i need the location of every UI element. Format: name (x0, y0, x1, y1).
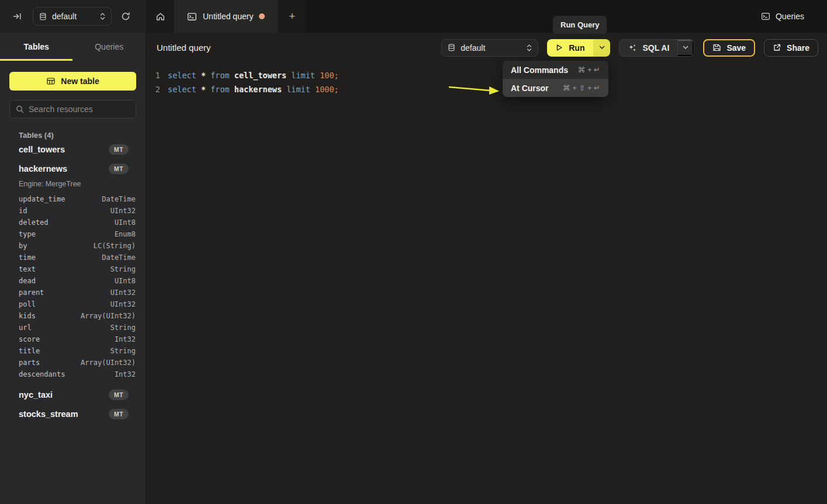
share-button[interactable]: Share (764, 39, 818, 57)
column-type: Int32 (115, 370, 136, 378)
menu-item-label: At Cursor (511, 84, 549, 93)
save-button[interactable]: Save (703, 39, 755, 57)
column-type: DateTime (102, 195, 136, 203)
database-icon (448, 43, 455, 52)
column-row: textString (0, 263, 146, 275)
sidebar-tab-queries[interactable]: Queries (73, 33, 146, 61)
column-name: deleted (19, 218, 49, 227)
column-type: Enum8 (115, 230, 136, 238)
query-toolbar: Untitled query default (146, 33, 827, 62)
database-selector-value: default (52, 12, 77, 21)
tab-untitled-query[interactable]: Untitled query (174, 0, 278, 33)
share-button-label: Share (787, 43, 809, 53)
sidebar-tab-tables-label: Tables (24, 42, 49, 51)
terminal-icon (761, 12, 770, 21)
run-split-button: Run (547, 39, 610, 57)
new-table-button-label: New table (61, 77, 99, 86)
tables-section-label: Tables (4) (19, 131, 146, 140)
chevron-updown-icon (100, 12, 105, 20)
top-bar-left: default (0, 0, 146, 33)
sql-ai-button-label: SQL AI (642, 43, 669, 53)
menu-item-all-commands[interactable]: All Commands ⌘ + ↵ (503, 61, 608, 79)
table-item-cell-towers[interactable]: cell_towers MT (0, 140, 146, 159)
database-selector-top[interactable]: default (33, 7, 112, 26)
table-item-nyc-taxi[interactable]: nyc_taxi MT (0, 385, 146, 404)
table-name: stocks_stream (19, 409, 109, 419)
column-type: LC(String) (94, 242, 136, 250)
hackernews-columns-list: update_timeDateTime idUInt32 deletedUInt… (0, 193, 146, 380)
menu-item-shortcut: ⌘ + ⇧ + ↵ (563, 84, 600, 92)
tab-strip: Untitled query + (146, 0, 306, 33)
table-grid-icon (46, 77, 56, 86)
menu-item-label: All Commands (511, 65, 568, 75)
menu-item-shortcut: ⌘ + ↵ (577, 65, 600, 74)
column-row: titleString (0, 345, 146, 357)
column-name: text (19, 265, 36, 273)
table-name: cell_towers (19, 145, 109, 154)
sidebar-tabs: Tables Queries (0, 33, 146, 61)
sql-ai-split-button: SQL AI (619, 39, 694, 57)
plus-icon: + (289, 10, 295, 23)
column-type: UInt8 (115, 277, 136, 285)
queries-button[interactable]: Queries (761, 12, 804, 21)
collapse-sidebar-button[interactable] (13, 12, 22, 20)
column-row: timeDateTime (0, 252, 146, 263)
column-name: score (19, 335, 40, 343)
column-name: url (19, 324, 32, 332)
sparkles-icon (628, 43, 637, 53)
column-type: String (110, 347, 136, 355)
sql-console-app: default Untitled query (0, 0, 827, 504)
active-tab-underline (0, 59, 72, 61)
menu-item-at-cursor[interactable]: At Cursor ⌘ + ⇧ + ↵ (503, 79, 608, 97)
column-type: DateTime (102, 253, 136, 262)
new-tab-button[interactable]: + (278, 0, 306, 33)
column-name: parts (19, 359, 40, 367)
refresh-button[interactable] (121, 12, 130, 21)
column-row: urlString (0, 322, 146, 333)
run-query-tooltip: Run Query (553, 16, 607, 34)
column-type: UInt32 (110, 300, 136, 308)
column-row: update_timeDateTime (0, 193, 146, 205)
home-tab[interactable] (146, 0, 174, 33)
save-button-label: Save (726, 43, 746, 53)
engine-badge: MT (109, 144, 129, 155)
table-item-stocks-stream[interactable]: stocks_stream MT (0, 404, 146, 423)
line-number: 2 (146, 85, 160, 94)
column-type: UInt32 (110, 289, 136, 297)
column-row: partsArray(UInt32) (0, 357, 146, 369)
home-icon (155, 12, 165, 22)
table-item-hackernews[interactable]: hackernews MT (0, 159, 146, 178)
column-name: update_time (19, 195, 65, 203)
column-name: time (19, 253, 36, 262)
code-text: select * from hackernews limit 1000; (168, 85, 339, 94)
engine-badge: MT (109, 164, 129, 174)
code-text: select * from cell_towers limit 100; (168, 71, 339, 80)
collapse-sidebar-icon (13, 12, 22, 20)
sidebar: Tables Queries New table Tables (4) cell… (0, 33, 146, 504)
search-resources-input[interactable] (29, 105, 134, 114)
code-line: 2 select * from hackernews limit 1000; (146, 82, 827, 96)
column-name: parent (19, 289, 44, 297)
sidebar-tab-tables[interactable]: Tables (0, 33, 73, 61)
sql-ai-options-button[interactable] (677, 40, 694, 56)
table-engine-label: Engine: MergeTree (0, 178, 146, 190)
database-selector[interactable]: default (441, 39, 538, 57)
chevron-updown-icon (527, 44, 532, 52)
run-button[interactable]: Run (547, 39, 593, 57)
column-type: String (110, 324, 136, 332)
column-name: type (19, 230, 36, 238)
column-row: deadUInt8 (0, 275, 146, 287)
line-number: 1 (146, 71, 160, 80)
sql-ai-button[interactable]: SQL AI (620, 40, 677, 56)
chevron-down-icon (683, 46, 688, 50)
column-name: poll (19, 300, 36, 308)
table-name: hackernews (19, 164, 109, 173)
run-options-button[interactable] (593, 39, 610, 57)
unsaved-changes-dot (259, 13, 265, 19)
new-table-button[interactable]: New table (9, 72, 136, 91)
column-type: Array(UInt32) (81, 312, 136, 320)
column-name: by (19, 242, 27, 250)
column-row: parentUInt32 (0, 287, 146, 298)
sql-editor[interactable]: 1 select * from cell_towers limit 100; 2… (146, 62, 827, 96)
column-row: typeEnum8 (0, 228, 146, 240)
